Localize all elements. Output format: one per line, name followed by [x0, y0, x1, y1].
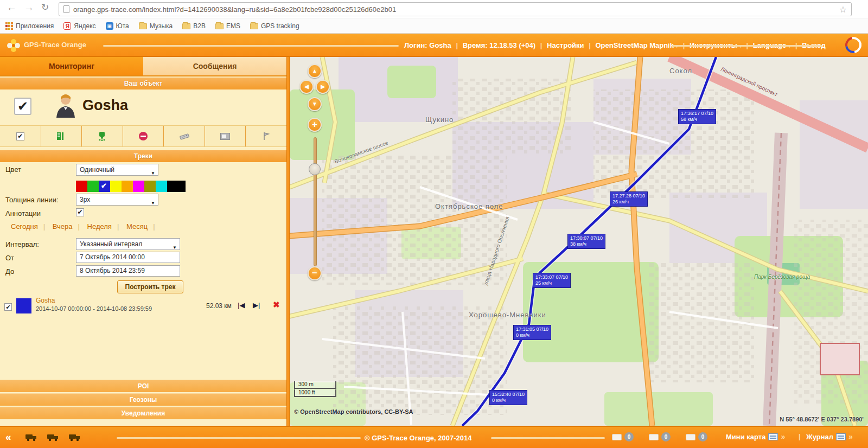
disable-button[interactable] [123, 126, 164, 146]
select-checkbox-button[interactable]: ✔ [0, 126, 41, 146]
range-yesterday[interactable]: Вчера [47, 222, 78, 231]
phone-icon [649, 434, 659, 440]
range-week[interactable]: Неделя [82, 222, 117, 231]
color-swatch[interactable] [76, 181, 87, 192]
tab-monitoring[interactable]: Мониторинг [0, 57, 143, 75]
map-canvas[interactable]: Щукино Сокол Октябрьское поле Хорошево-М… [290, 57, 868, 426]
vehicle-icon[interactable] [25, 433, 38, 441]
track-row: ✔ Gosha 2014-10-07 00:00:00 - 2014-10-08… [0, 296, 286, 322]
folder-icon [250, 23, 258, 29]
back-icon[interactable]: ← [7, 2, 17, 14]
check-icon: ✔ [101, 182, 107, 190]
follow-flag-button[interactable] [246, 126, 286, 146]
address-bar[interactable]: orange.gps-trace.com/index.html?d=141269… [59, 2, 852, 16]
track-checkbox[interactable]: ✔ [4, 303, 12, 311]
track-color-swatch[interactable] [16, 298, 31, 313]
quick-ranges: Сегодня| Вчера| Неделя| Месяц| [5, 222, 155, 231]
bookmark-apps[interactable]: Приложения [5, 22, 54, 30]
login-value: Gosha [429, 41, 451, 49]
brand-title: GPS-Trace Orange [24, 41, 86, 49]
annotations-checkbox[interactable]: ✔ [76, 208, 84, 216]
color-swatch[interactable] [167, 181, 186, 192]
zoom-in-button[interactable]: + [308, 118, 322, 132]
section-poi[interactable]: POI [0, 380, 286, 392]
journal-toggle[interactable]: Журнал » [806, 432, 853, 441]
marker-pin-icon [98, 131, 106, 141]
next-point-button[interactable]: ▶| [253, 301, 260, 309]
section-notifications[interactable]: Уведомления [0, 407, 286, 419]
vehicle-buttons [25, 433, 81, 441]
report-button[interactable] [41, 126, 82, 146]
vehicle-icon[interactable] [68, 433, 81, 441]
collapse-sidebar-icon[interactable]: « [5, 431, 11, 443]
object-name: Gosha [82, 97, 128, 114]
bookmark-folder-b2b[interactable]: B2B [182, 22, 206, 30]
track-annotation: 17:31:05 07/100 км/ч [513, 325, 551, 340]
flag-icon [263, 132, 270, 140]
commands-counter[interactable]: 0 [649, 432, 671, 441]
scale-meters: 300 m [294, 381, 336, 389]
reload-icon[interactable]: ↻ [41, 2, 49, 13]
track-marker-button[interactable] [82, 126, 123, 146]
pan-up-button[interactable]: ▲ [308, 64, 322, 78]
your-object-header[interactable]: Ваш объект [0, 78, 286, 89]
color-swatch[interactable] [133, 181, 144, 192]
driver-avatar [54, 93, 77, 118]
thickness-select[interactable]: 3px ▼ [76, 194, 158, 206]
color-swatch[interactable] [144, 181, 156, 192]
color-swatch[interactable] [156, 181, 167, 192]
color-swatch[interactable] [122, 181, 133, 192]
counter-badge: 0 [661, 432, 671, 441]
url-text[interactable]: orange.gps-trace.com/index.html?d=141269… [73, 5, 396, 14]
pan-right-button[interactable]: ▶ [316, 80, 330, 94]
photo-button[interactable] [205, 126, 246, 146]
sms-counter[interactable]: 0 [686, 432, 707, 441]
section-geofences[interactable]: Геозоны [0, 393, 286, 406]
bookmark-folder-gps[interactable]: GPS tracking [250, 22, 299, 30]
zoom-out-button[interactable]: − [308, 266, 322, 280]
range-today[interactable]: Сегодня [5, 222, 43, 231]
interval-select[interactable]: Указанный интервал ▼ [76, 238, 180, 250]
measure-button[interactable] [164, 126, 205, 146]
build-track-button[interactable]: Построить трек [117, 280, 183, 293]
messages-counter[interactable]: 0 [612, 432, 634, 441]
bookmark-star-icon[interactable]: ☆ [839, 4, 847, 15]
bookmark-yandex[interactable]: Я Яндекс [63, 22, 95, 30]
from-date-input[interactable]: 7 Октябрь 2014 00:00 [76, 252, 180, 263]
object-checkbox[interactable]: ✔ [14, 98, 31, 115]
color-palette: ✔ [76, 181, 186, 192]
tab-messages[interactable]: Сообщения [143, 57, 286, 75]
tracks-header[interactable]: Треки [0, 150, 286, 162]
menu-map-layer[interactable]: OpenStreetMap Mapnik [596, 41, 674, 49]
track-annotation: 17:36:17 07/1058 км/ч [678, 109, 716, 124]
menu-settings[interactable]: Настройки [547, 41, 584, 49]
zoom-slider-handle[interactable] [309, 163, 321, 175]
annotations-label: Аннотации [5, 209, 41, 217]
track-annotation: 17:27:28 07/1026 км/ч [610, 191, 648, 207]
pan-left-button[interactable]: ◀ [299, 80, 314, 94]
color-swatch[interactable] [110, 181, 122, 192]
app-header: GPS-Trace Orange Логин: Gosha | Время: 1… [0, 34, 868, 57]
to-date-input[interactable]: 8 Октябрь 2014 23:59 [76, 265, 180, 277]
color-swatch[interactable] [87, 181, 99, 192]
blue-app-icon: ▣ [106, 22, 113, 30]
bookmark-uta[interactable]: ▣ Юта [106, 22, 129, 30]
delete-track-icon[interactable]: ✖ [273, 300, 280, 310]
scale-feet: 1000 ft [294, 389, 336, 397]
minimap-toggle[interactable]: Мини карта » [726, 432, 785, 441]
bookmark-folder-ems[interactable]: EMS [215, 22, 240, 30]
forward-icon[interactable]: → [24, 2, 34, 14]
bookmark-folder-music[interactable]: Музыка [139, 22, 173, 30]
prev-point-button[interactable]: |◀ [238, 301, 245, 309]
color-swatch-selected[interactable]: ✔ [99, 181, 110, 192]
time-label: Время: [463, 41, 488, 49]
district-label: Щукино [425, 116, 454, 124]
chevron-right-icon: » [781, 432, 785, 441]
color-mode-select[interactable]: Одиночный ▼ [76, 164, 158, 176]
vehicle-icon[interactable] [47, 433, 60, 441]
range-month[interactable]: Месяц [121, 222, 153, 231]
pan-down-button[interactable]: ▼ [308, 97, 322, 111]
zoom-slider-track[interactable] [314, 137, 317, 266]
status-bar: « © GPS-Trace Orange, 2007-2014 0 0 0 Ми… [0, 426, 868, 448]
sms-icon [686, 434, 695, 440]
